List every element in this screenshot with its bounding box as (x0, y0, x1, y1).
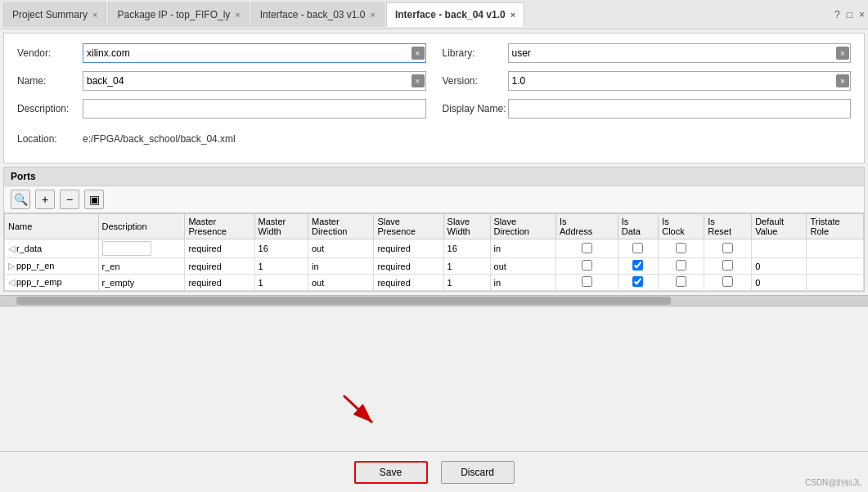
tab-interface-back03[interactable]: Interface - back_03 v1.0 × (251, 2, 385, 27)
description-input[interactable] (83, 99, 426, 119)
col-master-direction: MasterDirection (308, 214, 374, 239)
name-row: Name: × (17, 71, 426, 91)
vendor-row: Vendor: × (17, 43, 426, 63)
location-row: Location: e:/FPGA/back_school/back_04.xm… (17, 133, 851, 145)
name-label: Name: (17, 75, 83, 87)
library-row: Library: × (443, 43, 852, 63)
copy-btn[interactable]: ▣ (84, 190, 104, 209)
col-name: Name (5, 214, 99, 239)
col-is-reset: IsReset (704, 214, 752, 239)
description-label: Description: (17, 103, 83, 114)
location-value: e:/FPGA/back_school/back_04.xml (83, 133, 236, 145)
description-row: Description: (17, 99, 426, 119)
col-slave-direction: SlaveDirection (490, 214, 555, 239)
discard-button[interactable]: Discard (441, 461, 515, 484)
close-tab-3[interactable]: × (510, 10, 515, 20)
version-row: Version: × (443, 71, 852, 91)
display-name-input[interactable] (508, 99, 852, 119)
arrow-annotation (327, 391, 393, 435)
tab-project-summary[interactable]: Project Summary × (3, 2, 106, 27)
maximize-btn[interactable]: □ (847, 9, 852, 20)
search-btn[interactable]: 🔍 (11, 190, 30, 209)
ports-section: Ports 🔍 + − ▣ Name Description MasterPre… (3, 167, 865, 292)
add-btn[interactable]: + (35, 190, 55, 209)
table-row: ▷ppp_r_enr_enrequired1inrequired1out0 (5, 258, 864, 275)
window-controls: ? □ × (834, 9, 865, 20)
version-input[interactable] (508, 71, 852, 91)
table-row: ◁ppp_r_empr_emptyrequired1outrequired1in… (5, 275, 864, 291)
form-section: Vendor: × Name: × Description: (3, 33, 865, 163)
library-input[interactable] (508, 43, 852, 63)
col-master-width: MasterWidth (254, 214, 308, 239)
ports-toolbar: 🔍 + − ▣ (4, 186, 864, 213)
name-clear-btn[interactable]: × (412, 74, 425, 87)
close-tab-1[interactable]: × (235, 10, 240, 20)
library-clear-btn[interactable]: × (836, 47, 849, 60)
col-tristate-role: TristateRole (807, 214, 864, 239)
name-input[interactable] (83, 71, 426, 91)
close-tab-0[interactable]: × (92, 10, 97, 20)
table-row: ◁r_datarequired16outrequired16in (5, 239, 864, 258)
save-button[interactable]: Save (354, 461, 428, 484)
tab-interface-back04[interactable]: Interface - back_04 v1.0 × (386, 2, 524, 27)
col-slave-presence: SlavePresence (374, 214, 443, 239)
close-window-btn[interactable]: × (859, 9, 865, 20)
col-is-data: IsData (618, 214, 658, 239)
col-is-address: IsAddress (555, 214, 618, 239)
display-name-row: Display Name: (443, 99, 852, 119)
tab-package-ip[interactable]: Package IP - top_FIFO_ly × (108, 2, 249, 27)
ports-table: Name Description MasterPresence MasterWi… (4, 213, 864, 291)
close-tab-2[interactable]: × (371, 10, 376, 20)
display-name-label: Display Name: (443, 103, 508, 114)
col-description: Description (98, 214, 185, 239)
version-label: Version: (443, 75, 508, 87)
vendor-clear-btn[interactable]: × (412, 47, 425, 60)
col-master-presence: MasterPresence (185, 214, 254, 239)
col-default-value: DefaultValue (752, 214, 807, 239)
col-is-clock: IsClock (659, 214, 704, 239)
watermark: CSDN@刘钊JL (805, 477, 861, 489)
scrollbar-thumb (16, 297, 671, 305)
help-btn[interactable]: ? (834, 9, 840, 20)
bottom-bar: Save Discard (0, 451, 868, 492)
horizontal-scrollbar[interactable] (0, 295, 868, 306)
version-clear-btn[interactable]: × (836, 74, 849, 87)
library-label: Library: (443, 47, 508, 59)
vendor-input[interactable] (83, 43, 426, 63)
ports-header: Ports (4, 168, 864, 186)
ports-table-wrap: Name Description MasterPresence MasterWi… (4, 213, 864, 291)
tab-bar: Project Summary × Package IP - top_FIFO_… (0, 0, 868, 29)
vendor-label: Vendor: (17, 47, 83, 59)
location-label: Location: (17, 133, 83, 145)
remove-btn[interactable]: − (60, 190, 79, 209)
svg-line-1 (344, 396, 372, 423)
col-slave-width: SlaveWidth (443, 214, 490, 239)
